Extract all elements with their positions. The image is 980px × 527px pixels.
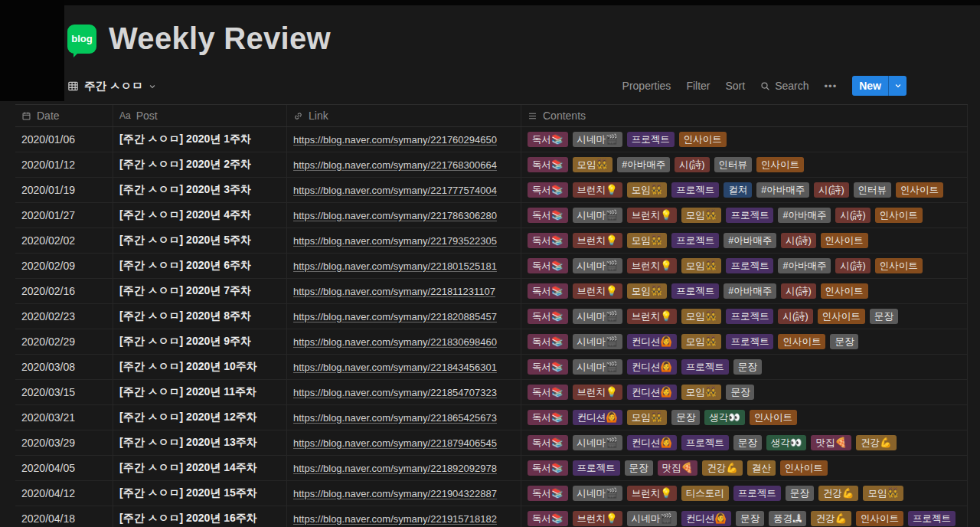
row-post-cell[interactable]: [주간 ㅅㅇㅁ] 2020년 12주차: [113, 405, 287, 430]
row-contents-cell[interactable]: 독서📚컨디션🙆모임👯문장생각👀인사이트: [521, 405, 968, 430]
blog-post-link[interactable]: https://blog.naver.com/symany/2217602946…: [293, 134, 497, 146]
row-link-cell[interactable]: https://blog.naver.com/symany/2217863062…: [287, 203, 521, 227]
filter-button[interactable]: Filter: [686, 80, 710, 92]
row-link-cell[interactable]: https://blog.naver.com/symany/2218547073…: [287, 380, 521, 404]
row-contents-cell[interactable]: 독서📚모임👯#아바매주시(詩)인터뷰인사이트: [521, 152, 968, 177]
row-post-cell[interactable]: [주간 ㅅㅇㅁ] 2020년 5주차: [113, 228, 287, 253]
content-tag: 문장: [736, 511, 764, 526]
row-contents-cell[interactable]: 독서📚브런치💡컨디션🙆모임👯문장: [521, 380, 968, 404]
row-post-cell[interactable]: [주간 ㅅㅇㅁ] 2020년 1주차: [113, 127, 287, 152]
new-button[interactable]: New: [852, 76, 906, 96]
row-link-cell[interactable]: https://blog.naver.com/symany/2217775740…: [287, 178, 521, 202]
row-contents-cell[interactable]: 독서📚시네마🎬브런치💡티스토리프로젝트문장건강💪모임👯: [521, 481, 968, 506]
row-link-cell[interactable]: https://blog.naver.com/symany/2218654256…: [287, 405, 521, 430]
content-tag: 문장: [786, 486, 814, 501]
blog-post-link[interactable]: https://blog.naver.com/symany/2218920929…: [293, 463, 497, 474]
blog-post-link[interactable]: https://blog.naver.com/symany/2218434563…: [293, 362, 497, 373]
row-date-cell[interactable]: 2020/03/21: [15, 405, 113, 430]
blog-post-link[interactable]: https://blog.naver.com/symany/2217863062…: [293, 210, 497, 221]
row-post-cell[interactable]: [주간 ㅅㅇㅁ] 2020년 3주차: [113, 178, 287, 202]
row-contents-cell[interactable]: 독서📚시네마🎬브런치💡모임👯프로젝트#아바매주시(詩)인사이트: [521, 254, 968, 278]
row-post-cell[interactable]: [주간 ㅅㅇㅁ] 2020년 11주차: [113, 380, 287, 404]
row-contents-cell[interactable]: 독서📚프로젝트문장맛집🍕건강💪결산인사이트: [521, 456, 968, 480]
blog-post-link[interactable]: https://blog.naver.com/symany/2217935223…: [293, 235, 497, 247]
row-link-cell[interactable]: https://blog.naver.com/symany/2217935223…: [287, 228, 521, 253]
row-date-cell[interactable]: 2020/02/23: [15, 304, 113, 329]
blog-post-link[interactable]: https://blog.naver.com/symany/2218112311…: [293, 286, 495, 297]
row-link-cell[interactable]: https://blog.naver.com/symany/2218434563…: [287, 355, 521, 379]
blog-post-link[interactable]: https://blog.naver.com/symany/2218015251…: [293, 260, 497, 272]
row-contents-cell[interactable]: 독서📚시네마🎬컨디션🙆프로젝트문장: [521, 355, 968, 379]
view-tab-weekly[interactable]: 주간 ㅅㅇㅁ: [67, 79, 156, 93]
row-link-cell[interactable]: https://blog.naver.com/symany/2219043228…: [287, 481, 521, 506]
row-date-cell[interactable]: 2020/04/05: [15, 456, 113, 480]
row-link-cell[interactable]: https://blog.naver.com/symany/2218208854…: [287, 304, 521, 329]
sort-button[interactable]: Sort: [726, 80, 746, 92]
properties-button[interactable]: Properties: [622, 80, 671, 92]
content-tag: 독서📚: [528, 435, 568, 450]
row-date-cell[interactable]: 2020/01/12: [15, 152, 113, 177]
row-post-cell[interactable]: [주간 ㅅㅇㅁ] 2020년 15주차: [113, 481, 287, 506]
row-date-cell[interactable]: 2020/04/12: [15, 481, 113, 506]
row-post-cell[interactable]: [주간 ㅅㅇㅁ] 2020년 10주차: [113, 355, 287, 379]
row-link-cell[interactable]: https://blog.naver.com/symany/2217602946…: [287, 127, 521, 152]
row-link-cell[interactable]: https://blog.naver.com/symany/2219157181…: [287, 506, 521, 527]
row-link-cell[interactable]: https://blog.naver.com/symany/2218920929…: [287, 456, 521, 480]
blog-post-link[interactable]: https://blog.naver.com/symany/2217683006…: [293, 159, 497, 171]
row-date-cell[interactable]: 2020/01/19: [15, 178, 113, 202]
row-post-cell[interactable]: [주간 ㅅㅇㅁ] 2020년 7주차: [113, 279, 287, 303]
row-contents-cell[interactable]: 독서📚브런치💡시네마🎬컨디션🙆문장풍경🏞건강💪인사이트프로젝트: [521, 506, 968, 527]
row-link-cell[interactable]: https://blog.naver.com/symany/2218306984…: [287, 329, 521, 354]
row-date-cell[interactable]: 2020/02/16: [15, 279, 113, 303]
content-tag: 독서📚: [528, 385, 568, 400]
row-post-cell[interactable]: [주간 ㅅㅇㅁ] 2020년 13주차: [113, 430, 287, 455]
row-date-cell[interactable]: 2020/02/02: [15, 228, 113, 253]
row-contents-cell[interactable]: 독서📚시네마🎬컨디션🙆프로젝트문장생각👀맛집🍕건강💪: [521, 430, 968, 455]
row-post-cell[interactable]: [주간 ㅅㅇㅁ] 2020년 2주차: [113, 152, 287, 177]
row-contents-cell[interactable]: 독서📚시네마🎬브런치💡모임👯프로젝트시(詩)인사이트문장: [521, 304, 968, 329]
row-post-cell[interactable]: [주간 ㅅㅇㅁ] 2020년 9주차: [113, 329, 287, 354]
row-date-cell[interactable]: 2020/03/08: [15, 355, 113, 379]
content-tag: 맛집🍕: [658, 460, 698, 476]
row-date-cell[interactable]: 2020/03/29: [15, 430, 113, 455]
blog-post-link[interactable]: https://blog.naver.com/symany/2218547073…: [293, 387, 497, 398]
row-link-cell[interactable]: https://blog.naver.com/symany/2218112311…: [287, 279, 521, 303]
row-link-cell[interactable]: https://blog.naver.com/symany/2218015251…: [287, 254, 521, 278]
row-post-cell[interactable]: [주간 ㅅㅇㅁ] 2020년 8주차: [113, 304, 287, 329]
column-header-post[interactable]: Aa Post: [113, 105, 287, 126]
new-dropdown-button[interactable]: [888, 76, 906, 96]
search-button[interactable]: Search: [760, 80, 808, 92]
row-date-cell[interactable]: 2020/02/09: [15, 254, 113, 278]
blog-post-link[interactable]: https://blog.naver.com/symany/2219157181…: [293, 513, 497, 525]
column-header-date[interactable]: Date: [15, 105, 113, 126]
blog-post-link[interactable]: https://blog.naver.com/symany/2218794065…: [293, 437, 497, 449]
row-link-cell[interactable]: https://blog.naver.com/symany/2218794065…: [287, 430, 521, 455]
blog-post-link[interactable]: https://blog.naver.com/symany/2218306984…: [293, 336, 497, 348]
row-post-cell[interactable]: [주간 ㅅㅇㅁ] 2020년 6주차: [113, 254, 287, 278]
row-post-cell[interactable]: [주간 ㅅㅇㅁ] 2020년 14주차: [113, 456, 287, 480]
table-view-icon: [67, 80, 79, 92]
new-button-label[interactable]: New: [852, 76, 888, 96]
row-contents-cell[interactable]: 독서📚시네마🎬프로젝트인사이트: [521, 127, 968, 152]
content-tag: 브런치💡: [627, 486, 677, 501]
row-date-cell[interactable]: 2020/03/15: [15, 380, 113, 404]
column-header-contents[interactable]: Contents: [521, 105, 968, 126]
row-date-cell[interactable]: 2020/01/06: [15, 127, 113, 152]
row-contents-cell[interactable]: 독서📚시네마🎬브런치💡모임👯프로젝트#아바매주시(詩)인사이트: [521, 203, 968, 227]
row-contents-cell[interactable]: 독서📚브런치💡모임👯프로젝트컬쳐#아바매주시(詩)인터뷰인사이트: [521, 178, 968, 202]
blog-post-link[interactable]: https://blog.naver.com/symany/2219043228…: [293, 488, 497, 499]
more-options-button[interactable]: •••: [825, 80, 838, 92]
row-contents-cell[interactable]: 독서📚브런치💡모임👯프로젝트#아바매주시(詩)인사이트: [521, 279, 968, 303]
row-contents-cell[interactable]: 독서📚시네마🎬컨디션🙆모임👯프로젝트인사이트문장: [521, 329, 968, 354]
row-date-cell[interactable]: 2020/02/29: [15, 329, 113, 354]
blog-post-link[interactable]: https://blog.naver.com/symany/2218208854…: [293, 311, 497, 322]
blog-post-link[interactable]: https://blog.naver.com/symany/2218654256…: [293, 412, 497, 424]
row-contents-cell[interactable]: 독서📚브런치💡모임👯프로젝트#아바매주시(詩)인사이트: [521, 228, 968, 253]
blog-post-link[interactable]: https://blog.naver.com/symany/2217775740…: [293, 185, 497, 196]
row-link-cell[interactable]: https://blog.naver.com/symany/2217683006…: [287, 152, 521, 177]
row-post-cell[interactable]: [주간 ㅅㅇㅁ] 2020년 16주차: [113, 506, 287, 527]
column-header-link[interactable]: Link: [287, 105, 521, 126]
row-date-cell[interactable]: 2020/01/27: [15, 203, 113, 227]
row-date-cell[interactable]: 2020/04/18: [15, 506, 113, 527]
row-post-cell[interactable]: [주간 ㅅㅇㅁ] 2020년 4주차: [113, 203, 287, 227]
